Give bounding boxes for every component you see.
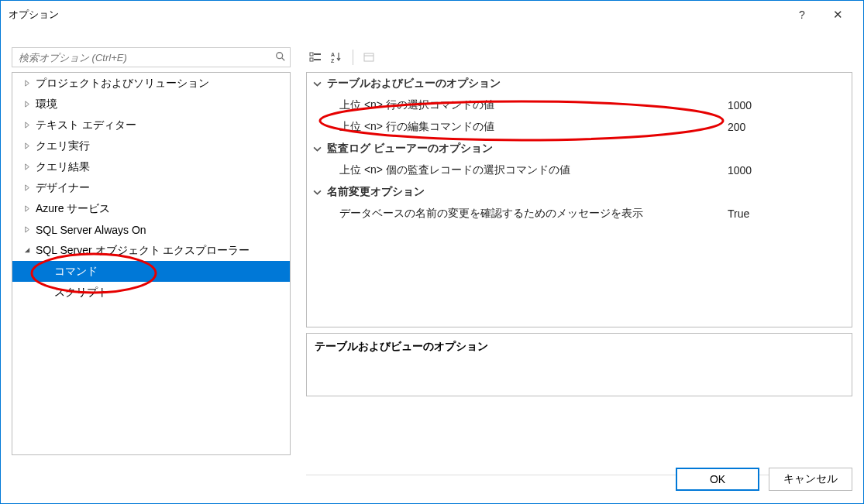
- search-icon: [271, 51, 290, 64]
- svg-point-0: [277, 52, 283, 58]
- tree-item-label: テキスト エディター: [34, 118, 136, 132]
- chevron-down-icon[interactable]: [307, 80, 327, 88]
- svg-text:A: A: [331, 52, 335, 57]
- property-value[interactable]: 1000: [728, 99, 852, 111]
- tree-item-label: クエリ実行: [34, 139, 90, 153]
- titlebar: オプション ? ✕: [1, 1, 863, 29]
- property-label: データベースの名前の変更を確認するためのメッセージを表示: [327, 207, 728, 221]
- options-dialog: オプション ? ✕ プロジェクトおよびソリューション環境テキスト エディタークエ…: [0, 0, 864, 504]
- tree-item-label: スクリプト: [53, 286, 108, 300]
- tree-item-label: クエリ結果: [34, 160, 90, 174]
- toolbar-separator: [353, 50, 353, 65]
- tree-item[interactable]: クエリ結果: [12, 156, 290, 177]
- chevron-right-icon[interactable]: [20, 160, 34, 174]
- property-label: 上位 <n> 行の編集コマンドの値: [327, 120, 728, 134]
- property-row[interactable]: 上位 <n> 行の選択コマンドの値1000: [307, 94, 852, 116]
- tree-item[interactable]: クエリ実行: [12, 135, 290, 156]
- property-row[interactable]: 上位 <n> 個の監査レコードの選択コマンドの値1000: [307, 159, 852, 181]
- property-label: 上位 <n> 行の選択コマンドの値: [327, 98, 728, 112]
- category-label: 名前変更オプション: [327, 185, 852, 199]
- categorized-button[interactable]: [306, 48, 325, 67]
- chevron-right-icon[interactable]: [20, 77, 34, 91]
- search-input[interactable]: [12, 52, 271, 63]
- chevron-right-icon[interactable]: [20, 98, 34, 111]
- tree-item[interactable]: SQL Server オブジェクト エクスプローラー: [12, 240, 290, 261]
- property-value[interactable]: 200: [728, 121, 852, 133]
- chevron-down-icon[interactable]: [307, 145, 327, 153]
- tree-item[interactable]: テキスト エディター: [12, 115, 290, 135]
- property-row[interactable]: データベースの名前の変更を確認するためのメッセージを表示True: [307, 203, 852, 225]
- chevron-right-icon[interactable]: [20, 139, 34, 153]
- tree-item[interactable]: 環境: [12, 94, 290, 115]
- property-row[interactable]: 上位 <n> 行の編集コマンドの値200: [307, 116, 852, 138]
- category-label: 監査ログ ビューアーのオプション: [327, 142, 852, 156]
- tree-item[interactable]: デザイナー: [12, 177, 290, 198]
- tree-item[interactable]: プロジェクトおよびソリューション: [12, 73, 290, 94]
- description-title: テーブルおよびビューのオプション: [315, 340, 844, 354]
- svg-line-1: [282, 57, 285, 60]
- chevron-right-icon[interactable]: [20, 202, 34, 216]
- chevron-right-icon[interactable]: [20, 223, 34, 237]
- tree-item-label: デザイナー: [34, 181, 90, 195]
- chevron-right-icon[interactable]: [20, 181, 34, 195]
- tree-item[interactable]: スクリプト: [12, 282, 290, 303]
- tree-item-label: SQL Server Always On: [34, 224, 146, 236]
- options-tree[interactable]: プロジェクトおよびソリューション環境テキスト エディタークエリ実行クエリ結果デザ…: [12, 72, 291, 455]
- window-title: オプション: [9, 8, 59, 22]
- property-label: 上位 <n> 個の監査レコードの選択コマンドの値: [327, 163, 728, 177]
- tree-item-label: Azure サービス: [34, 202, 110, 216]
- ok-button[interactable]: OK: [676, 468, 759, 491]
- property-pages-button[interactable]: [360, 48, 378, 67]
- tree-item[interactable]: Azure サービス: [12, 198, 290, 219]
- close-button[interactable]: ✕: [820, 1, 855, 29]
- category-header[interactable]: テーブルおよびビューのオプション: [307, 73, 852, 94]
- tree-item-label: SQL Server オブジェクト エクスプローラー: [34, 244, 250, 258]
- svg-rect-2: [310, 53, 313, 56]
- tree-item[interactable]: SQL Server Always On: [12, 219, 290, 240]
- chevron-down-icon[interactable]: [20, 244, 34, 258]
- property-value[interactable]: True: [728, 207, 852, 220]
- category-header[interactable]: 監査ログ ビューアーのオプション: [307, 138, 852, 159]
- tree-item-label: プロジェクトおよびソリューション: [34, 77, 209, 91]
- svg-rect-4: [310, 58, 313, 61]
- dialog-buttons: OK キャンセル: [676, 468, 852, 491]
- property-toolbar: A Z: [306, 47, 378, 67]
- chevron-down-icon[interactable]: [307, 188, 327, 197]
- svg-rect-5: [314, 59, 321, 60]
- svg-text:Z: Z: [331, 58, 335, 63]
- tree-item-label: コマンド: [53, 265, 98, 279]
- search-box[interactable]: [12, 47, 291, 67]
- category-header[interactable]: 名前変更オプション: [307, 181, 852, 203]
- cancel-button[interactable]: キャンセル: [769, 468, 852, 491]
- svg-rect-8: [364, 53, 373, 61]
- property-grid[interactable]: テーブルおよびビューのオプション上位 <n> 行の選択コマンドの値1000上位 …: [306, 72, 852, 327]
- alphabetical-button[interactable]: A Z: [328, 48, 346, 67]
- svg-rect-3: [314, 53, 321, 55]
- property-value[interactable]: 1000: [728, 164, 852, 177]
- tree-item[interactable]: コマンド: [12, 261, 290, 282]
- tree-item-label: 環境: [34, 98, 57, 111]
- category-label: テーブルおよびビューのオプション: [327, 77, 852, 91]
- help-button[interactable]: ?: [784, 1, 820, 29]
- chevron-right-icon[interactable]: [20, 118, 34, 132]
- property-description: テーブルおよびビューのオプション: [306, 333, 852, 396]
